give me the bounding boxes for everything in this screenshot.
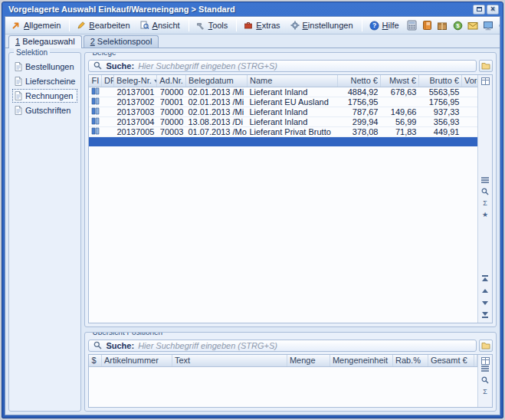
tab-selektionspool[interactable]: 2 Selektionspool xyxy=(84,35,159,48)
cell-beleg-nr: 20137004 xyxy=(113,116,156,126)
cell-mwst: 149,66 xyxy=(380,107,418,116)
col-beleg-nr[interactable]: Beleg-Nr. xyxy=(113,75,156,87)
hammer-icon xyxy=(196,21,205,30)
mail-icon xyxy=(467,21,478,30)
cell-netto: 787,67 xyxy=(337,107,380,116)
scroll-down-button[interactable] xyxy=(479,297,492,308)
magnifier-icon xyxy=(481,376,489,384)
calculator-button[interactable] xyxy=(405,19,418,31)
titlebar[interactable]: Vorgelagerte Auswahl Einkauf/Wareneingan… xyxy=(5,2,500,16)
package-button[interactable] xyxy=(436,19,449,31)
col-gesamt[interactable]: Gesamt € xyxy=(428,355,474,366)
search-label: Suche: xyxy=(106,61,134,71)
col-ad-nr[interactable]: Ad.Nr. xyxy=(156,75,185,87)
book-icon xyxy=(91,97,100,105)
toolbar-right-icons: $ i xyxy=(405,19,500,31)
cell-vorgang: 61 xyxy=(461,116,477,126)
mail-button[interactable] xyxy=(467,19,480,31)
currency-button[interactable]: $ xyxy=(451,19,464,31)
search-label: Suche: xyxy=(106,341,134,350)
cell-name: Lieferant Privat Brutto xyxy=(247,126,337,136)
restore-button[interactable] xyxy=(473,5,485,15)
cell-icon xyxy=(89,97,101,107)
selected-row[interactable] xyxy=(89,136,477,146)
toolbox-icon xyxy=(244,21,253,30)
details-button[interactable] xyxy=(479,363,492,374)
menu-extras[interactable]: Extras xyxy=(240,18,285,32)
cell-brutto: 5563,55 xyxy=(418,87,461,97)
col-vorgang[interactable]: Vorgang xyxy=(461,75,477,87)
col-name[interactable]: Name xyxy=(247,75,337,87)
table-row[interactable]: 20137003 70000 02.01.2013 /Mi Lieferant … xyxy=(89,107,477,116)
col-text[interactable]: Text xyxy=(172,355,287,366)
package-icon xyxy=(437,21,448,31)
scroll-first-button[interactable] xyxy=(479,273,492,284)
cell-brutto: 1756,95 xyxy=(418,97,461,107)
col-netto[interactable]: Netto € xyxy=(337,75,380,87)
info-icon: i xyxy=(499,21,500,31)
cell-name: Lieferant EU Ausland xyxy=(247,97,337,107)
col-mengeneinheit[interactable]: Mengeneinheit xyxy=(330,355,392,366)
cell-dr xyxy=(101,87,113,97)
positionen-search-bar[interactable]: Suche: xyxy=(88,340,477,352)
table-row[interactable]: 20137004 70000 13.08.2013 /Di Lieferant … xyxy=(89,116,477,126)
sidebar-item-lieferscheine[interactable]: Lieferscheine xyxy=(12,74,77,88)
col-fi[interactable]: FI xyxy=(89,75,101,87)
menu-ansicht[interactable]: Ansicht xyxy=(136,18,185,32)
info-button[interactable]: i xyxy=(497,19,500,31)
sum-button[interactable]: Σ xyxy=(479,386,492,397)
cell-dr xyxy=(101,97,113,107)
sidebar-item-rechnungen[interactable]: Rechnungen xyxy=(12,89,77,103)
sort-indicator-icon xyxy=(154,80,157,83)
menu-bearbeiten[interactable]: Bearbeiten xyxy=(73,18,135,32)
journal-button[interactable] xyxy=(421,19,434,31)
sidebar-item-gutschriften[interactable]: Gutschriften xyxy=(12,103,77,117)
menu-hilfe[interactable]: ? Hilfe xyxy=(366,18,405,33)
cell-netto: 1756,95 xyxy=(337,97,380,107)
table-row[interactable]: 20137005 70003 01.07.2013 /Mo Lieferant … xyxy=(89,126,477,136)
col-menge[interactable]: Menge xyxy=(287,355,330,366)
monitor-button[interactable] xyxy=(482,19,495,31)
zoom-button[interactable] xyxy=(479,186,492,197)
col-rab[interactable]: Rab.% xyxy=(392,355,428,366)
favorite-button[interactable]: ★ xyxy=(479,209,492,220)
list-icon xyxy=(481,177,489,183)
tab-belegauswahl[interactable]: 1 Belegauswahl xyxy=(8,35,82,48)
belege-search-input[interactable] xyxy=(138,61,471,71)
menu-allgemein[interactable]: Allgemein xyxy=(8,18,66,32)
tab-bar: 1 Belegauswahl 2 Selektionspool xyxy=(5,34,500,48)
close-button[interactable]: × xyxy=(487,5,499,15)
positionen-folder-button[interactable] xyxy=(479,340,493,352)
table-row[interactable]: 20137001 70000 02.01.2013 /Mi Lieferant … xyxy=(89,87,477,97)
scroll-up-button[interactable] xyxy=(479,285,492,296)
scroll-last-button[interactable] xyxy=(479,310,492,320)
cell-vorgang: 62 xyxy=(461,126,477,136)
cell-vorgang: 59 xyxy=(461,97,477,107)
up-icon xyxy=(482,289,488,293)
col-brutto[interactable]: Brutto € xyxy=(418,75,461,87)
col-mwst[interactable]: Mwst € xyxy=(380,75,418,87)
cell-brutto: 356,93 xyxy=(418,116,461,126)
col-belegdatum[interactable]: Belegdatum xyxy=(185,75,247,87)
belege-folder-button[interactable] xyxy=(479,60,493,72)
sum-button[interactable]: Σ xyxy=(479,198,492,208)
column-chooser-button[interactable] xyxy=(479,76,492,87)
app-window: Vorgelagerte Auswahl Einkauf/Wareneingan… xyxy=(2,2,503,418)
details-button[interactable] xyxy=(479,175,492,185)
table-row[interactable]: 20137002 70001 02.01.2013 /Mi Lieferant … xyxy=(89,97,477,107)
positionen-search-input[interactable] xyxy=(138,341,471,350)
sidebar-item-bestellungen[interactable]: Bestellungen xyxy=(12,60,77,74)
arrow-ne-icon xyxy=(11,21,21,30)
cell-name: Lieferant Inland xyxy=(247,107,337,116)
magnifier-doc-icon xyxy=(140,21,149,30)
belege-search-bar[interactable]: Suche: xyxy=(88,60,477,72)
col-status[interactable]: $ xyxy=(89,355,101,366)
menu-einstellungen[interactable]: Einstellungen xyxy=(287,18,359,32)
menu-tools[interactable]: Tools xyxy=(192,18,234,32)
zoom-button[interactable] xyxy=(479,375,492,386)
col-artikelnummer[interactable]: Artikelnummer xyxy=(101,355,172,366)
belege-panel-title: Belege xyxy=(90,52,118,57)
toolbar-separator xyxy=(236,19,237,31)
col-dr[interactable]: DR xyxy=(101,75,113,87)
toolbar-separator xyxy=(362,19,362,31)
